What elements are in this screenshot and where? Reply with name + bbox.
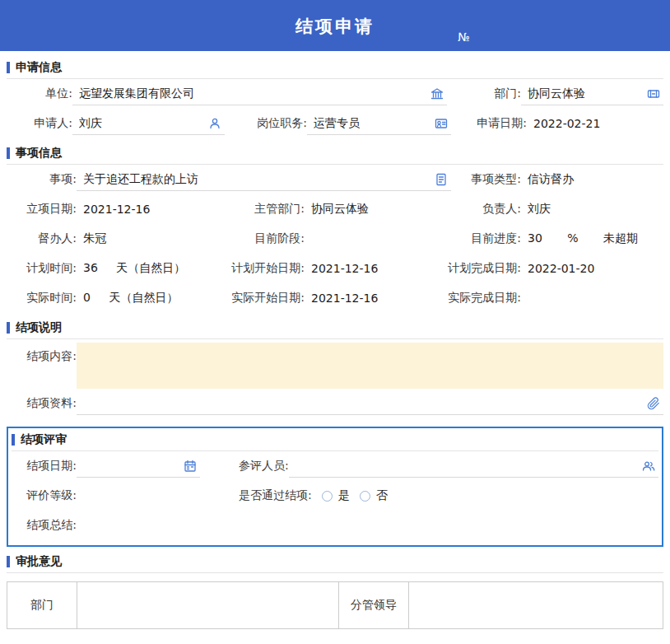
approval-leader-header: 分管领导 <box>339 582 409 628</box>
closure-content-label: 结项内容: <box>7 343 77 364</box>
start-date-value: 2021-12-16 <box>77 203 229 216</box>
radio-option-yes[interactable]: 是 <box>322 488 350 503</box>
apply-info-row-1: 单位: 远望发展集团有限公司 部门: 协同云体验 <box>7 79 663 109</box>
actual-time-value: 0 <box>83 291 91 304</box>
actual-start-label: 实际开始日期: <box>229 291 305 306</box>
people-icon[interactable] <box>642 460 655 473</box>
closure-files-label: 结项资料: <box>7 396 77 411</box>
department-icon[interactable] <box>647 87 660 100</box>
matter-type-value: 信访督办 <box>521 172 574 187</box>
closure-date-label: 结项日期: <box>12 459 77 474</box>
owner-label: 负责人: <box>435 202 521 217</box>
pass-label: 是否通过结项: <box>239 488 312 503</box>
plan-start-label: 计划开始日期: <box>229 261 305 276</box>
person-icon[interactable] <box>208 117 221 130</box>
section-matter-info-header: 事项信息 <box>7 142 663 165</box>
form-header: 结项申请 № <box>0 0 670 51</box>
dept-value: 协同云体验 <box>528 86 644 101</box>
building-icon[interactable] <box>430 87 444 100</box>
section-apply-info-title: 申请信息 <box>16 60 62 75</box>
section-matter-info: 事项信息 事项: 关于追还工程款的上访 事项类型: 信访督办 立项日期: 202… <box>7 142 663 313</box>
section-closure-review-title: 结项评审 <box>21 432 67 447</box>
closure-files-field[interactable] <box>77 392 663 415</box>
unit-field[interactable]: 远望发展集团有限公司 <box>72 82 447 105</box>
review-row-3: 结项总结: <box>12 511 658 540</box>
radio-yes-label: 是 <box>338 488 350 503</box>
grade-label: 评价等级: <box>12 488 77 503</box>
id-card-icon[interactable] <box>435 117 448 130</box>
actual-time-label: 实际时间: <box>7 291 77 306</box>
approval-leader-opinion-cell[interactable] <box>409 582 663 628</box>
plan-time-label: 计划时间: <box>7 261 77 276</box>
section-closure-note: 结项说明 结项内容: 结项资料: <box>7 316 663 418</box>
dept-field[interactable]: 协同云体验 <box>521 82 663 105</box>
closure-files-row: 结项资料: <box>7 389 663 418</box>
reviewers-label: 参评人员: <box>239 459 289 474</box>
approval-table: 部门 分管领导 <box>7 581 663 629</box>
owner-value: 刘庆 <box>521 202 551 217</box>
document-icon[interactable] <box>435 173 448 186</box>
matter-row-2: 立项日期: 2021-12-16 主管部门: 协同云体验 负责人: 刘庆 <box>7 194 663 224</box>
section-apply-info-header: 申请信息 <box>7 56 663 79</box>
section-closure-note-title: 结项说明 <box>16 320 62 335</box>
unit-label: 单位: <box>7 86 72 101</box>
managing-dept-value: 协同云体验 <box>305 202 435 217</box>
review-row-2: 评价等级: 是否通过结项: 是 否 <box>12 481 658 511</box>
plan-time-group: 36 天（自然日） <box>77 261 229 276</box>
apply-info-row-2: 申请人: 刘庆 岗位职务: 运营专员 申请日期: 2022-02-21 <box>7 109 663 138</box>
summary-label: 结项总结: <box>12 518 77 533</box>
section-closure-review-header: 结项评审 <box>12 428 658 451</box>
section-marker-icon <box>7 322 10 334</box>
matter-row-4: 计划时间: 36 天（自然日） 计划开始日期: 2021-12-16 计划完成日… <box>7 254 663 283</box>
closure-content-textarea[interactable] <box>77 343 663 389</box>
closure-date-field[interactable] <box>77 455 200 478</box>
radio-option-no[interactable]: 否 <box>360 488 388 503</box>
progress-unit: % <box>567 231 578 245</box>
position-label: 岗位职务: <box>225 116 307 131</box>
approval-dept-header: 部门 <box>7 582 77 628</box>
actual-time-group: 0 天（自然日） <box>77 291 229 306</box>
apply-date-value: 2022-02-21 <box>527 117 600 130</box>
start-date-label: 立项日期: <box>7 202 77 217</box>
progress-status: 未超期 <box>603 231 638 245</box>
matter-row-1: 事项: 关于追还工程款的上访 事项类型: 信访督办 <box>7 165 663 194</box>
section-approval-title: 审批意见 <box>16 554 62 569</box>
dept-label: 部门: <box>447 86 521 101</box>
plan-time-value: 36 <box>83 261 98 274</box>
matter-value: 关于追还工程款的上访 <box>83 172 431 187</box>
section-marker-icon <box>7 556 10 567</box>
radio-yes-icon[interactable] <box>322 491 333 502</box>
matter-field[interactable]: 关于追还工程款的上访 <box>77 168 451 191</box>
unit-value: 远望发展集团有限公司 <box>79 86 427 101</box>
section-marker-icon <box>7 147 10 159</box>
section-apply-info: 申请信息 单位: 远望发展集团有限公司 部门: 协同云体验 申请人: 刘庆 <box>7 56 663 138</box>
progress-value: 30 <box>528 231 542 245</box>
radio-no-label: 否 <box>376 488 388 503</box>
applicant-value: 刘庆 <box>79 116 205 131</box>
actual-start-value: 2021-12-16 <box>305 292 435 305</box>
approval-dept-opinion-cell[interactable] <box>77 582 339 628</box>
plan-end-value: 2022-01-20 <box>521 262 594 275</box>
calendar-icon[interactable] <box>184 460 197 473</box>
matter-type-label: 事项类型: <box>451 172 521 187</box>
section-matter-info-title: 事项信息 <box>16 146 62 161</box>
plan-end-label: 计划完成日期: <box>435 261 521 276</box>
actual-time-unit: 天（自然日） <box>109 291 178 304</box>
position-field[interactable]: 运营专员 <box>307 112 451 135</box>
apply-date-label: 申请日期: <box>451 116 527 131</box>
section-closure-note-header: 结项说明 <box>7 316 663 339</box>
closure-content-row: 结项内容: <box>7 343 663 389</box>
section-closure-review: 结项评审 结项日期: 参评人员: 评价等级: 是否通过结项: <box>7 427 663 547</box>
paperclip-icon[interactable] <box>647 397 660 410</box>
actual-end-label: 实际完成日期: <box>435 291 521 306</box>
section-marker-icon <box>12 434 15 446</box>
reviewers-field[interactable] <box>289 455 658 478</box>
applicant-field[interactable]: 刘庆 <box>72 112 225 135</box>
form-body: 申请信息 单位: 远望发展集团有限公司 部门: 协同云体验 申请人: 刘庆 <box>0 51 670 629</box>
supervisor-label: 督办人: <box>7 231 77 246</box>
radio-no-icon[interactable] <box>360 491 370 502</box>
applicant-label: 申请人: <box>7 116 72 131</box>
form-title: 结项申请 <box>0 15 670 38</box>
section-approval: 审批意见 部门 分管领导 <box>7 550 663 629</box>
supervisor-value: 朱冠 <box>77 231 229 246</box>
